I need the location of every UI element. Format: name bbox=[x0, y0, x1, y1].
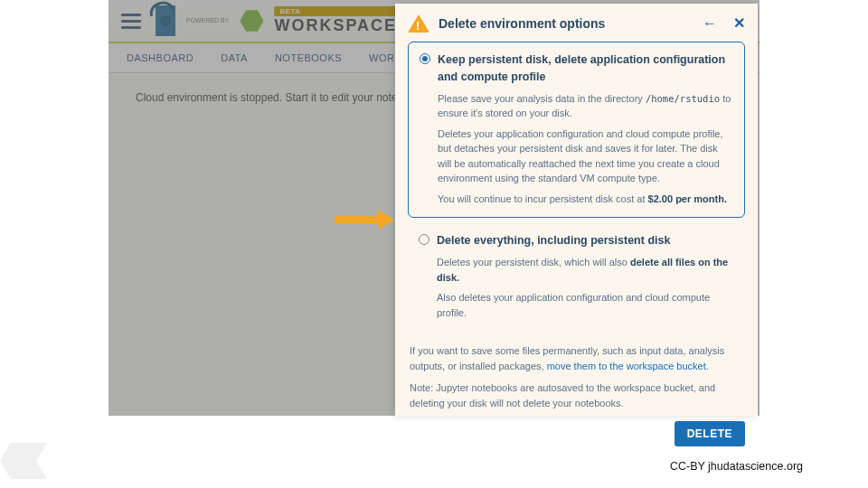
save-path-code: /home/rstudio bbox=[646, 93, 720, 104]
cost-prefix: You will continue to incur persistent di… bbox=[438, 193, 648, 204]
option-delete-everything-body: Deletes your persistent disk, which will… bbox=[419, 255, 734, 320]
back-icon[interactable]: ← bbox=[703, 13, 717, 34]
detach-text: Deletes your application configuration a… bbox=[438, 127, 733, 186]
dialog-header: Delete environment options ← ✕ bbox=[408, 13, 745, 34]
workspaces-title: WORKSPACES bbox=[274, 16, 410, 35]
footer-note-save: If you want to save some files permanent… bbox=[410, 343, 743, 373]
powered-by-label: POWERED BY bbox=[186, 17, 229, 24]
tab-data[interactable]: DATA bbox=[221, 52, 248, 63]
close-icon[interactable]: ✕ bbox=[733, 13, 745, 34]
save-prefix: Please save your analysis data in the di… bbox=[438, 93, 646, 104]
footer-note-jupyter: Note: Jupyter notebooks are autosaved to… bbox=[410, 380, 743, 410]
option-keep-disk[interactable]: Keep persistent disk, delete application… bbox=[408, 42, 745, 218]
cost-value: $2.00 per month. bbox=[648, 193, 727, 204]
tab-dashboard[interactable]: DASHBOARD bbox=[127, 52, 193, 63]
workspace-bucket-link[interactable]: move them to the workspace bucket bbox=[547, 361, 706, 371]
workspaces-block: BETA WORKSPACES bbox=[274, 6, 410, 35]
del-line2: Also deletes your application configurat… bbox=[437, 290, 734, 320]
dialog-controls: ← ✕ bbox=[703, 13, 745, 34]
del-line1-prefix: Deletes your persistent disk, which will… bbox=[437, 257, 630, 267]
delete-environment-dialog: Delete environment options ← ✕ Keep pers… bbox=[395, 4, 758, 416]
terra-logo-icon bbox=[156, 5, 175, 36]
delete-button[interactable]: DELETE bbox=[675, 421, 745, 446]
radio-keep-disk[interactable] bbox=[420, 53, 430, 64]
radio-delete-everything[interactable] bbox=[419, 234, 429, 245]
warning-icon bbox=[408, 14, 429, 33]
attribution-text: CC-BY jhudatascience.org bbox=[670, 460, 803, 473]
tab-notebooks[interactable]: NOTEBOOKS bbox=[275, 52, 342, 63]
button-row: DELETE bbox=[408, 410, 745, 446]
option-delete-everything-label: Delete everything, including persistent … bbox=[437, 232, 670, 249]
beta-badge: BETA bbox=[274, 6, 410, 16]
option-keep-disk-body: Please save your analysis data in the di… bbox=[420, 91, 733, 207]
hex-logo-icon bbox=[240, 9, 263, 33]
option-delete-everything[interactable]: Delete everything, including persistent … bbox=[408, 223, 745, 331]
dialog-title: Delete environment options bbox=[439, 14, 693, 33]
perm-suffix: . bbox=[706, 361, 709, 371]
corner-watermark-icon bbox=[5, 443, 42, 479]
option-keep-disk-label: Keep persistent disk, delete application… bbox=[438, 52, 733, 86]
menu-icon[interactable] bbox=[118, 10, 145, 33]
